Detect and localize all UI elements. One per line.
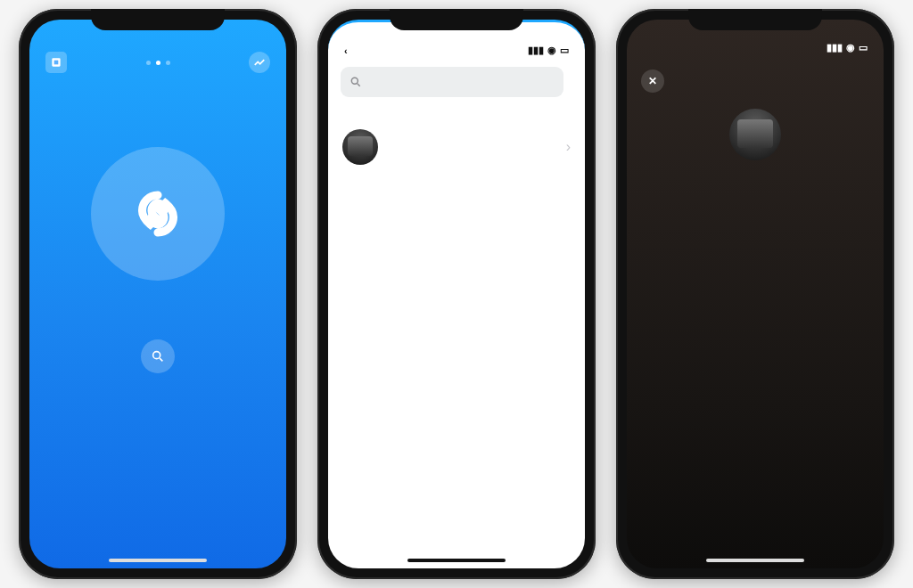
top-songs-title [627, 200, 884, 219]
library-icon [45, 52, 67, 73]
recent-searches-title [328, 106, 585, 122]
in-your-library-title [627, 180, 884, 200]
chevron-left-icon: ‹ [344, 45, 348, 56]
signal-icon: ▮▮▮ [827, 42, 843, 53]
wifi-icon: ◉ [547, 45, 556, 56]
artist-avatar[interactable] [729, 109, 781, 160]
phone-2-search: ‹ ▮▮▮ ◉ ▭ › [317, 9, 596, 579]
home-indicator[interactable] [109, 559, 207, 562]
svg-line-3 [160, 358, 162, 361]
search-icon [350, 76, 362, 88]
notch [390, 9, 523, 30]
charts-icon [249, 52, 270, 73]
status-icons: ▮▮▮ ◉ ▭ [528, 45, 569, 56]
page-dots [146, 52, 170, 65]
search-icon [151, 349, 165, 363]
battery-icon: ▭ [859, 42, 868, 53]
svg-point-2 [153, 352, 160, 359]
back-button[interactable]: ‹ [344, 45, 350, 56]
chevron-right-icon: › [566, 139, 571, 155]
battery-icon: ▭ [560, 45, 569, 56]
home-indicator[interactable] [407, 559, 506, 562]
status-icons: ▮▮▮ ◉ ▭ [827, 42, 868, 53]
search-button[interactable] [141, 339, 175, 373]
signal-icon: ▮▮▮ [528, 45, 544, 56]
shazam-logo-icon [127, 183, 189, 245]
close-icon: ✕ [648, 75, 657, 87]
home-indicator[interactable] [706, 559, 804, 562]
svg-line-5 [358, 84, 360, 86]
recent-search-item[interactable]: › [328, 122, 585, 172]
search-input[interactable] [341, 67, 563, 97]
svg-point-4 [351, 78, 358, 84]
notch [91, 9, 225, 30]
svg-rect-1 [54, 61, 59, 65]
artist-avatar [342, 129, 378, 165]
shazam-button[interactable] [91, 147, 225, 281]
wifi-icon: ◉ [846, 42, 855, 53]
notch [688, 9, 822, 30]
phone-1-shazam-home [19, 9, 297, 579]
library-button[interactable] [45, 52, 67, 76]
phone-3-artist: ▮▮▮ ◉ ▭ ✕ [616, 9, 894, 579]
close-button[interactable]: ✕ [641, 69, 664, 93]
charts-button[interactable] [249, 52, 270, 76]
